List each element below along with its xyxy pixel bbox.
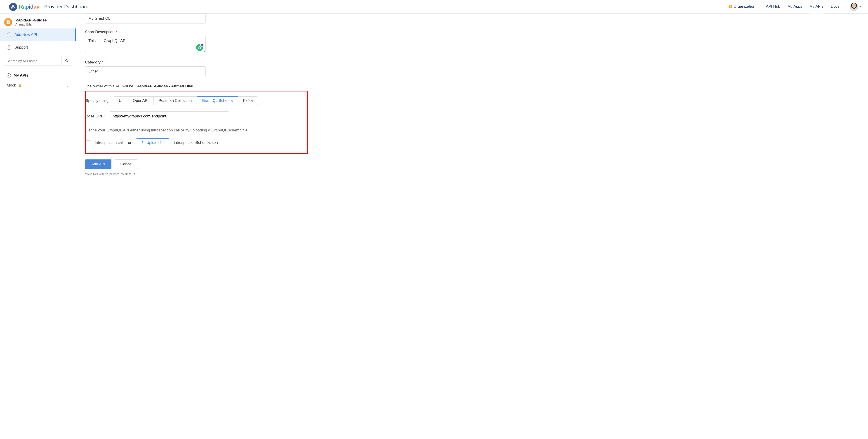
alert-icon: !	[728, 5, 732, 8]
grammarly-badge: 1	[200, 43, 204, 47]
chevron-down-icon: ⌄	[66, 83, 69, 87]
search-icon	[65, 59, 68, 63]
category-label: Category *	[85, 60, 206, 65]
base-url-input[interactable]	[110, 111, 229, 121]
grammarly-icon[interactable]: 1	[196, 44, 203, 51]
sidebar-api-item-label: Mock	[7, 83, 16, 88]
brand-logo[interactable]: RapidAPI	[9, 3, 41, 11]
svg-line-8	[67, 61, 68, 62]
specify-option-ui[interactable]: UI	[114, 96, 128, 105]
org-selector[interactable]: RapidAPI-Guides Ahmad Bilal ⌄	[0, 16, 76, 29]
privacy-note: Your API will be private by default	[85, 172, 868, 176]
upload-icon	[141, 141, 144, 144]
api-name-input[interactable]	[85, 13, 206, 24]
brand-text: RapidAPI	[19, 4, 41, 10]
specify-option-openapi[interactable]: OpenAPI	[128, 96, 154, 105]
sidebar-add-new-label: Add New API	[14, 33, 37, 37]
avatar	[850, 3, 858, 11]
introspection-checkbox[interactable]	[86, 140, 90, 145]
nav-my-apis[interactable]: My APIs	[809, 0, 824, 13]
short-description-label: Short Description *	[85, 30, 206, 34]
org-name: RapidAPI-Guides	[16, 18, 66, 23]
main-content: Short Description * 1 Category * Other ⌄…	[76, 13, 868, 439]
svg-point-7	[66, 60, 67, 61]
or-label: or	[128, 141, 131, 145]
compass-icon	[7, 45, 11, 50]
nav-api-hub[interactable]: API Hub	[766, 0, 780, 13]
svg-point-2	[13, 5, 14, 6]
specify-option-postman[interactable]: Postman Collection	[153, 96, 197, 105]
introspection-label: Introspection call	[95, 140, 124, 145]
owner-line: The owner of this API will be: RapidAPI-…	[85, 84, 868, 89]
upload-file-label: Upload file	[147, 140, 164, 145]
org-user: Ahmad Bilal	[16, 23, 66, 26]
define-hint: Define your GraphQL API either using int…	[86, 128, 305, 133]
svg-point-0	[12, 5, 14, 7]
uploaded-filename: introspectionSchema.json	[174, 140, 218, 145]
top-nav: ! Organization ⌄ API Hub My Apps My APIs…	[728, 0, 861, 13]
short-description-input[interactable]	[85, 36, 206, 53]
specify-option-graphql[interactable]: GraphQL Schema	[197, 96, 238, 105]
category-select[interactable]: Other ⌄	[85, 66, 206, 76]
top-header: RapidAPI Provider Dashboard ! Organizati…	[0, 0, 868, 13]
base-url-label: Base URL *	[86, 114, 105, 119]
chevron-down-icon: ⌄	[69, 21, 72, 24]
sidebar-my-apis-label: My APIs	[13, 73, 29, 78]
specify-section: Specify using: UI OpenAPI Postman Collec…	[85, 91, 308, 154]
sidebar: RapidAPI-Guides Ahmad Bilal ⌄ + Add New …	[0, 13, 76, 439]
plus-circle-icon: +	[7, 33, 11, 37]
specify-using-options: UI OpenAPI Postman Collection GraphQL Sc…	[114, 96, 258, 105]
cancel-button[interactable]: Cancel	[115, 160, 138, 169]
search-input[interactable]	[4, 56, 61, 66]
specify-option-kafka[interactable]: Kafka	[238, 96, 258, 105]
specify-using-label: Specify using:	[86, 98, 110, 103]
sidebar-support-label: Support	[14, 45, 28, 50]
nav-organization-label: Organization	[734, 4, 755, 9]
chevron-down-icon: ⌄	[756, 5, 758, 8]
nav-organization[interactable]: ! Organization ⌄	[728, 0, 758, 13]
sidebar-support[interactable]: Support	[0, 41, 76, 54]
chevron-down-icon: ⌄	[200, 70, 202, 73]
caret-down-icon: ▼	[859, 5, 861, 8]
sidebar-api-item[interactable]: Mock 🔒 ⌄	[0, 80, 76, 91]
lock-icon: 🔒	[18, 84, 22, 87]
upload-file-button[interactable]: Upload file	[136, 138, 169, 147]
org-icon	[4, 18, 12, 26]
sidebar-add-new-api[interactable]: + Add New API	[0, 29, 76, 41]
add-api-button[interactable]: Add API	[85, 160, 112, 169]
svg-point-1	[12, 5, 13, 6]
rapidapi-octopus-icon	[9, 3, 17, 11]
nav-my-apps[interactable]: My Apps	[787, 0, 802, 13]
category-value: Other	[88, 69, 98, 74]
user-menu[interactable]: ▼	[850, 3, 861, 11]
page-title: Provider Dashboard	[44, 4, 89, 10]
sidebar-my-apis-heading: ✓ My APIs	[0, 68, 76, 80]
search-button[interactable]	[61, 56, 72, 66]
check-circle-icon: ✓	[7, 73, 11, 77]
nav-docs[interactable]: Docs	[831, 0, 839, 13]
